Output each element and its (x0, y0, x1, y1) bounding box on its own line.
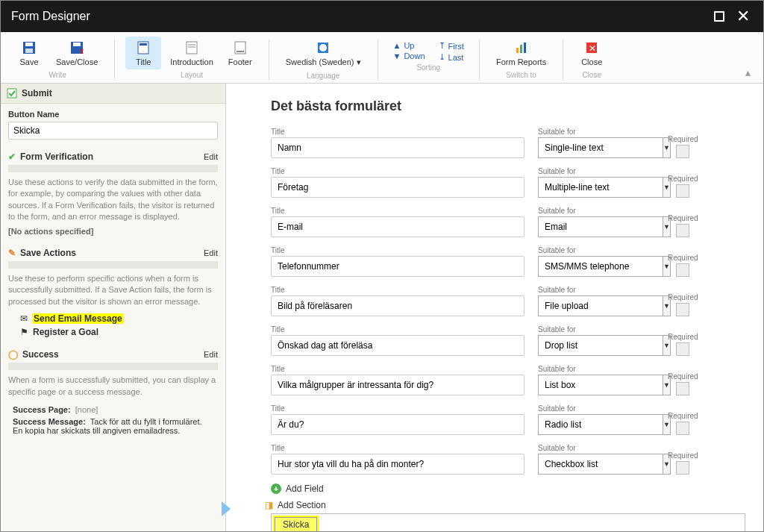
scroll-up-arrow[interactable]: ▴ (745, 66, 757, 78)
required-checkbox[interactable] (676, 342, 689, 356)
maximize-button[interactable] (710, 7, 729, 26)
svg-rect-7 (140, 43, 147, 46)
close-icon: ✕ (583, 40, 600, 56)
suitable-label: Suitable for (538, 207, 654, 215)
field-type-dropdown[interactable]: ▼ (538, 335, 654, 356)
form-canvas: Det bästa formuläret TitleSuitable for▼R… (226, 84, 763, 531)
suitable-label: Suitable for (538, 365, 654, 373)
field-row: TitleSuitable for▼Required (271, 404, 745, 435)
field-title-input[interactable] (271, 137, 525, 158)
save-icon (21, 40, 37, 56)
required-checkbox[interactable] (676, 184, 689, 198)
required-label: Required (668, 412, 698, 420)
title-label: Title (271, 325, 525, 334)
required-checkbox[interactable] (676, 303, 689, 316)
edit-form-verification[interactable]: Edit (204, 152, 218, 161)
flag-icon: ⚑ (20, 327, 28, 337)
add-section-button[interactable]: ◨ Add Section (265, 500, 745, 510)
field-type-dropdown[interactable]: ▼ (538, 177, 654, 198)
required-label: Required (668, 175, 698, 183)
field-type-value[interactable] (538, 335, 663, 356)
check-icon: ✔ (8, 151, 16, 162)
title-label: Title (271, 167, 525, 175)
submit-icon (7, 88, 17, 98)
field-type-dropdown[interactable]: ▼ (538, 137, 654, 158)
close-window-button[interactable]: ✕ (733, 7, 753, 26)
save-button[interactable]: Save (11, 37, 47, 69)
success-head: ◯ Success Edit (1, 343, 225, 361)
sort-first[interactable]: ⤒First (439, 41, 464, 51)
required-label: Required (668, 333, 698, 341)
save-action-goal[interactable]: ⚑ Register a Goal (1, 325, 225, 339)
required-checkbox[interactable] (676, 461, 689, 475)
success-details: Success Page: [none] Success Message: Ta… (1, 402, 225, 441)
edit-save-actions[interactable]: Edit (204, 248, 218, 257)
footer-button[interactable]: Footer (222, 37, 258, 69)
field-row: TitleSuitable for▼Required (271, 444, 745, 475)
field-type-value[interactable] (538, 256, 663, 277)
field-type-value[interactable] (538, 216, 663, 237)
title-label: Title (271, 207, 525, 215)
field-title-input[interactable] (271, 256, 525, 277)
field-type-value[interactable] (538, 375, 663, 395)
field-type-dropdown[interactable]: ▼ (538, 216, 654, 237)
required-checkbox[interactable] (676, 263, 689, 277)
language-dropdown[interactable]: Swedish (Sweden) ▾ (280, 37, 367, 70)
intro-icon (184, 40, 200, 56)
field-type-value[interactable] (538, 177, 663, 198)
field-row: TitleSuitable for▼Required (271, 325, 745, 356)
submit-button[interactable]: Skicka (275, 517, 317, 531)
save-close-button[interactable]: x Save/Close (50, 37, 104, 69)
required-label: Required (668, 135, 698, 143)
field-type-dropdown[interactable]: ▼ (538, 454, 654, 475)
form-designer-window: Form Designer ✕ Save x Save/Close Write (0, 0, 764, 532)
ribbon: Save x Save/Close Write Title Introducti… (1, 32, 763, 84)
suitable-label: Suitable for (538, 286, 654, 294)
svg-rect-2 (25, 48, 33, 53)
edit-success[interactable]: Edit (204, 350, 218, 359)
field-title-input[interactable] (271, 414, 525, 435)
title-button[interactable]: Title (125, 37, 161, 69)
add-field-button[interactable]: + Add Field (271, 484, 745, 494)
globe-icon (315, 40, 331, 56)
sort-down[interactable]: ▼Down (393, 51, 425, 60)
required-checkbox[interactable] (676, 224, 689, 237)
form-heading: Det bästa formuläret (271, 98, 745, 114)
success-desc: When a form is successfully submitted, y… (1, 375, 225, 402)
field-type-value[interactable] (538, 414, 663, 435)
save-action-email[interactable]: ✉ Send Email Message (1, 312, 225, 325)
sort-up[interactable]: ▲Up (393, 41, 425, 50)
field-type-value[interactable] (538, 137, 663, 158)
introduction-button[interactable]: Introduction (164, 37, 219, 69)
title-label: Title (271, 404, 525, 413)
save-close-icon: x (69, 40, 85, 56)
title-label: Title (271, 128, 525, 136)
field-type-dropdown[interactable]: ▼ (538, 256, 654, 277)
field-title-input[interactable] (271, 375, 525, 395)
required-checkbox[interactable] (676, 382, 689, 395)
required-label: Required (668, 451, 698, 460)
sort-last[interactable]: ⤓Last (439, 52, 464, 62)
form-reports-button[interactable]: Form Reports (490, 37, 552, 69)
sort-firstlast: ⤒First ⤓Last (439, 41, 464, 62)
field-row: TitleSuitable for▼Required (271, 246, 745, 277)
required-checkbox[interactable] (676, 422, 689, 435)
sidebar: Submit Button Name ✔ Form Verification E… (1, 84, 226, 531)
sun-icon: ◯ (8, 349, 18, 360)
field-title-input[interactable] (271, 216, 525, 237)
reports-icon (513, 40, 530, 56)
form-verification-head: ✔ Form Verification Edit (1, 145, 225, 163)
field-type-dropdown[interactable]: ▼ (538, 375, 654, 395)
field-type-dropdown[interactable]: ▼ (538, 414, 654, 435)
required-checkbox[interactable] (676, 145, 689, 158)
title-label: Title (271, 246, 525, 254)
field-type-dropdown[interactable]: ▼ (538, 295, 654, 316)
close-button[interactable]: ✕ Close (574, 37, 610, 69)
field-type-value[interactable] (538, 295, 663, 316)
field-title-input[interactable] (271, 335, 525, 356)
field-title-input[interactable] (271, 177, 525, 198)
button-name-input[interactable] (8, 122, 218, 140)
field-type-value[interactable] (538, 454, 663, 475)
field-title-input[interactable] (271, 454, 525, 475)
field-title-input[interactable] (271, 295, 525, 316)
